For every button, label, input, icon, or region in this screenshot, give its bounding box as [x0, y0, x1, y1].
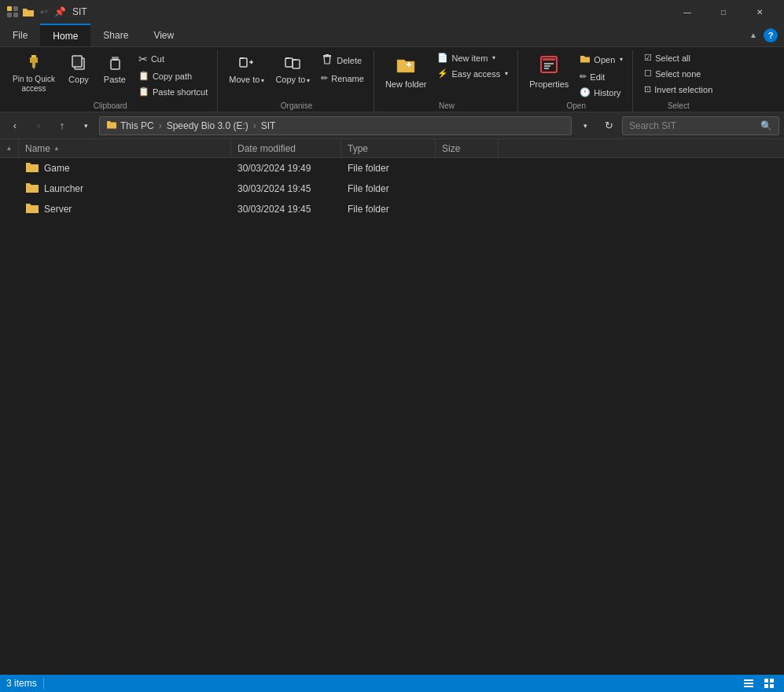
delete-label: Delete: [337, 56, 362, 65]
ribbon-new-group: New folder 📄 New item ▾ ⚡ Easy access ▾ …: [376, 50, 518, 112]
quick-access-icon[interactable]: [6, 6, 19, 18]
ribbon-organise-group: Move to▾ Copy to▾: [219, 50, 374, 112]
path-sit[interactable]: SIT: [261, 120, 276, 131]
folder-icon-game: [25, 160, 39, 177]
tab-home[interactable]: Home: [40, 24, 90, 46]
tiles-view-button[interactable]: [760, 676, 778, 690]
minimize-button[interactable]: —: [669, 0, 705, 24]
svg-rect-18: [293, 59, 296, 61]
delete-button[interactable]: Delete: [316, 50, 369, 70]
svg-rect-29: [744, 683, 753, 684]
column-header-type[interactable]: Type: [341, 139, 436, 157]
up-button[interactable]: ↑: [52, 116, 72, 136]
select-all-button[interactable]: ☑ Select all: [639, 50, 717, 65]
svg-rect-5: [30, 57, 38, 63]
new-item-icon: 📄: [437, 53, 448, 63]
properties-label: Properties: [529, 79, 569, 90]
cut-button[interactable]: ✂ Cut: [134, 50, 212, 68]
svg-rect-4: [31, 55, 36, 57]
svg-rect-31: [764, 679, 768, 683]
expand-ribbon-button[interactable]: ▲: [746, 28, 760, 42]
address-dropdown-button[interactable]: ▾: [575, 116, 595, 136]
rename-icon: ✏: [321, 73, 328, 83]
copy-to-button[interactable]: Copy to▾: [271, 50, 315, 88]
open-label: Open: [594, 55, 615, 64]
select-buttons: ☑ Select all ☐ Select none ⊡ Invert sele…: [639, 50, 717, 97]
new-folder-button[interactable]: New folder: [381, 50, 432, 93]
details-view-button[interactable]: [740, 676, 757, 690]
table-row[interactable]: Launcher 30/03/2024 19:45 File folder: [0, 179, 784, 199]
address-path[interactable]: This PC › Speedy Bio 3.0 (E:) › SIT: [99, 116, 572, 135]
copy-path-button[interactable]: 📋 Copy path: [134, 68, 212, 83]
paste-label: Paste: [104, 75, 126, 85]
new-folder-label: New folder: [385, 79, 427, 90]
search-box[interactable]: Search SIT 🔍: [622, 116, 779, 135]
invert-selection-button[interactable]: ⊡ Invert selection: [639, 82, 717, 97]
refresh-button[interactable]: ↻: [598, 116, 619, 136]
tab-share[interactable]: Share: [90, 24, 141, 46]
cut-label: Cut: [151, 54, 164, 64]
maximize-button[interactable]: □: [705, 0, 742, 24]
file-size-launcher: [436, 179, 499, 199]
path-sep-1: ›: [159, 120, 162, 131]
history-icon: 🕐: [580, 87, 591, 98]
file-size-server: [436, 199, 499, 219]
file-name-game: Game: [19, 158, 231, 179]
file-name-server: Server: [19, 199, 231, 219]
open-small-buttons: Open ▾ ✏ Edit 🕐 History: [575, 50, 628, 100]
path-speedy-bio[interactable]: Speedy Bio 3.0 (E:): [167, 120, 248, 131]
select-label: Select: [668, 101, 690, 110]
properties-button[interactable]: Properties: [525, 50, 573, 93]
paste-shortcut-button[interactable]: 📋 Paste shortcut: [134, 84, 212, 99]
easy-access-button[interactable]: ⚡ Easy access ▾: [432, 66, 513, 81]
new-item-button[interactable]: 📄 New item ▾: [432, 50, 513, 65]
history-button[interactable]: 🕐 History: [575, 85, 628, 100]
history-label: History: [594, 88, 620, 98]
tab-view[interactable]: View: [141, 24, 186, 46]
pin-to-quick-access-button[interactable]: Pin to Quickaccess: [8, 50, 60, 97]
table-row[interactable]: Server 30/03/2024 19:45 File folder: [0, 199, 784, 219]
tab-file[interactable]: File: [0, 24, 40, 46]
paste-icon: [106, 53, 123, 73]
svg-rect-0: [7, 6, 12, 11]
copy-icon: [70, 53, 87, 73]
clipboard-small-buttons: ✂ Cut 📋 Copy path 📋 Paste shortcut: [134, 50, 212, 99]
paste-button[interactable]: Paste: [98, 50, 132, 88]
recent-locations-button[interactable]: ▾: [75, 116, 96, 136]
table-row[interactable]: Game 30/03/2024 19:49 File folder: [0, 158, 784, 179]
rename-label: Rename: [331, 74, 364, 83]
move-to-button[interactable]: Move to▾: [224, 50, 269, 88]
svg-rect-6: [32, 63, 35, 68]
select-none-button[interactable]: ☐ Select none: [639, 66, 717, 81]
svg-rect-2: [7, 13, 12, 17]
copy-path-icon: 📋: [138, 71, 149, 81]
new-folder-icon: [395, 53, 417, 78]
sort-toggle-icon[interactable]: ▲: [6, 145, 13, 152]
copy-button[interactable]: Copy: [61, 50, 96, 88]
column-header-size[interactable]: Size: [436, 139, 499, 157]
undo-icon[interactable]: ↩: [38, 6, 50, 18]
open-button[interactable]: Open ▾: [575, 50, 628, 68]
invert-selection-icon: ⊡: [644, 84, 651, 94]
forward-button[interactable]: ›: [28, 116, 49, 136]
file-name-launcher: Launcher: [19, 179, 231, 199]
file-date-server: 30/03/2024 19:45: [231, 199, 341, 219]
rename-button[interactable]: ✏ Rename: [316, 71, 369, 86]
svg-rect-9: [72, 56, 82, 67]
window-title: SIT: [72, 6, 669, 17]
column-header-name[interactable]: Name ▲: [19, 139, 231, 157]
title-bar-icons: ↩ 📌: [6, 6, 66, 18]
close-button[interactable]: ✕: [742, 0, 778, 24]
ribbon-select-group: ☑ Select all ☐ Select none ⊡ Invert sele…: [635, 50, 722, 112]
file-type-game: File folder: [341, 158, 436, 179]
path-this-pc[interactable]: This PC: [120, 120, 154, 131]
pin-icon[interactable]: 📌: [53, 6, 66, 18]
back-button[interactable]: ‹: [5, 116, 25, 136]
search-icon: 🔍: [760, 120, 772, 131]
properties-icon: [538, 53, 560, 78]
column-header-date[interactable]: Date modified: [231, 139, 341, 157]
svg-rect-24: [543, 58, 555, 61]
help-button[interactable]: ?: [764, 28, 778, 42]
help-area: ▲ ?: [746, 28, 784, 42]
edit-button[interactable]: ✏ Edit: [575, 69, 628, 84]
